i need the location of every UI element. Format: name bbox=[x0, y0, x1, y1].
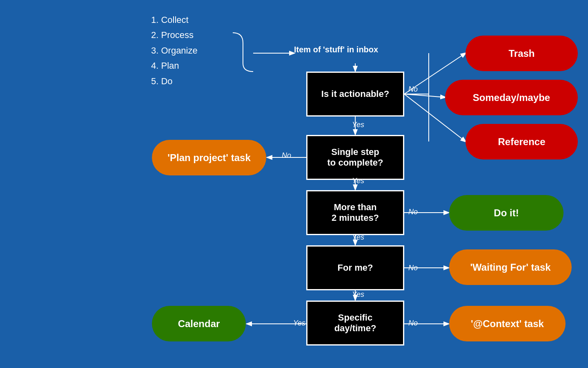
step-1: 1. Collect bbox=[151, 12, 198, 27]
box-single-step: Single stepto complete? bbox=[306, 135, 404, 180]
pill-trash: Trash bbox=[466, 36, 578, 71]
steps-list: 1. Collect 2. Process 3. Organize 4. Pla… bbox=[151, 12, 198, 89]
inbox-label: Item of 'stuff' in inbox bbox=[294, 45, 378, 54]
box-actionable: Is it actionable? bbox=[306, 72, 404, 117]
step-4: 4. Plan bbox=[151, 58, 198, 73]
pill-waiting-for: 'Waiting For' task bbox=[449, 249, 572, 285]
step-2: 2. Process bbox=[151, 27, 198, 43]
svg-line-3 bbox=[404, 94, 445, 97]
label-yes-specific-day: Yes bbox=[293, 319, 305, 328]
label-yes-two-minutes: Yes bbox=[352, 233, 364, 242]
pill-do-it: Do it! bbox=[449, 195, 564, 231]
label-yes-single-step: Yes bbox=[352, 177, 364, 185]
step-3: 3. Organize bbox=[151, 43, 198, 58]
label-no-for-me: No bbox=[408, 264, 418, 272]
box-for-me: For me? bbox=[306, 245, 404, 290]
pill-context-task: '@Context' task bbox=[449, 306, 566, 341]
box-specific-day: Specificday/time? bbox=[306, 301, 404, 346]
label-no-single-step: No bbox=[282, 151, 291, 160]
pill-someday: Someday/maybe bbox=[445, 80, 578, 115]
pill-calendar: Calendar bbox=[152, 306, 246, 341]
label-no-actionable: No bbox=[408, 85, 418, 94]
label-no-two-minutes: No bbox=[408, 208, 418, 216]
step-5: 5. Do bbox=[151, 74, 198, 89]
pill-plan-project: 'Plan project' task bbox=[152, 140, 266, 175]
pill-reference: Reference bbox=[466, 124, 578, 159]
box-two-minutes: More than2 minutes? bbox=[306, 190, 404, 235]
label-yes-for-me: Yes bbox=[352, 290, 364, 299]
diagram-container: 1. Collect 2. Process 3. Organize 4. Pla… bbox=[0, 0, 588, 368]
label-yes-actionable: Yes bbox=[352, 121, 364, 129]
label-no-specific-day: No bbox=[408, 319, 418, 328]
